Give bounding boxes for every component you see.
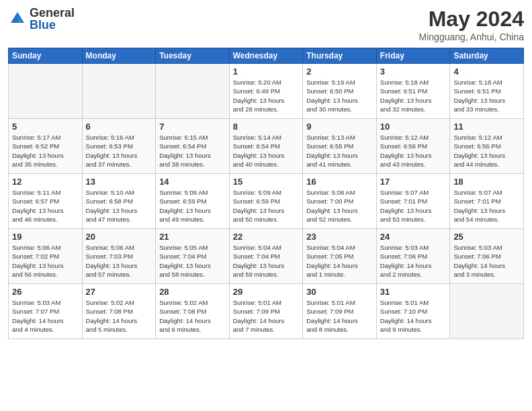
calendar-cell: 3Sunrise: 5:18 AM Sunset: 6:51 PM Daylig… <box>376 64 450 119</box>
day-info: Sunrise: 5:02 AM Sunset: 7:08 PM Dayligh… <box>86 298 152 334</box>
calendar-cell: 4Sunrise: 5:18 AM Sunset: 6:51 PM Daylig… <box>450 64 524 119</box>
calendar-cell: 17Sunrise: 5:07 AM Sunset: 7:01 PM Dayli… <box>376 174 450 229</box>
calendar-cell: 30Sunrise: 5:01 AM Sunset: 7:09 PM Dayli… <box>303 284 377 339</box>
day-info: Sunrise: 5:12 AM Sunset: 6:56 PM Dayligh… <box>453 133 520 169</box>
week-row-3: 19Sunrise: 5:06 AM Sunset: 7:02 PM Dayli… <box>9 229 524 284</box>
weekday-monday: Monday <box>82 48 156 64</box>
location: Mingguang, Anhui, China <box>419 32 524 42</box>
calendar-cell: 14Sunrise: 5:09 AM Sunset: 6:59 PM Dayli… <box>156 174 230 229</box>
day-number: 28 <box>159 287 226 297</box>
day-number: 18 <box>453 177 520 187</box>
calendar-cell <box>9 64 83 119</box>
logo-blue: Blue <box>30 19 75 31</box>
day-info: Sunrise: 5:14 AM Sunset: 6:54 PM Dayligh… <box>233 133 300 169</box>
calendar-cell: 31Sunrise: 5:01 AM Sunset: 7:10 PM Dayli… <box>376 284 450 339</box>
day-number: 24 <box>380 232 447 242</box>
day-info: Sunrise: 5:09 AM Sunset: 6:59 PM Dayligh… <box>159 188 226 224</box>
calendar-cell: 20Sunrise: 5:06 AM Sunset: 7:03 PM Dayli… <box>82 229 156 284</box>
day-number: 7 <box>159 122 226 132</box>
day-number: 21 <box>159 232 226 242</box>
logo-icon <box>8 9 27 28</box>
day-number: 4 <box>453 66 520 77</box>
day-number: 17 <box>380 177 447 187</box>
calendar-cell: 22Sunrise: 5:04 AM Sunset: 7:04 PM Dayli… <box>229 229 303 284</box>
day-info: Sunrise: 5:01 AM Sunset: 7:09 PM Dayligh… <box>233 298 300 334</box>
logo-text: General Blue <box>30 7 75 31</box>
day-number: 16 <box>306 177 373 187</box>
day-info: Sunrise: 5:02 AM Sunset: 7:08 PM Dayligh… <box>159 298 226 334</box>
weekday-wednesday: Wednesday <box>229 48 303 64</box>
weekday-tuesday: Tuesday <box>156 48 230 64</box>
week-row-0: 1Sunrise: 5:20 AM Sunset: 6:49 PM Daylig… <box>9 64 524 119</box>
day-info: Sunrise: 5:16 AM Sunset: 6:53 PM Dayligh… <box>86 133 152 169</box>
calendar-cell: 29Sunrise: 5:01 AM Sunset: 7:09 PM Dayli… <box>229 284 303 339</box>
day-number: 10 <box>380 122 447 132</box>
week-row-4: 26Sunrise: 5:03 AM Sunset: 7:07 PM Dayli… <box>9 284 524 339</box>
day-number: 5 <box>12 122 79 132</box>
day-info: Sunrise: 5:19 AM Sunset: 6:50 PM Dayligh… <box>306 78 373 113</box>
calendar-cell: 9Sunrise: 5:13 AM Sunset: 6:55 PM Daylig… <box>303 119 377 174</box>
calendar-cell: 11Sunrise: 5:12 AM Sunset: 6:56 PM Dayli… <box>450 119 524 174</box>
calendar-cell: 24Sunrise: 5:03 AM Sunset: 7:06 PM Dayli… <box>376 229 450 284</box>
day-info: Sunrise: 5:01 AM Sunset: 7:09 PM Dayligh… <box>306 298 373 334</box>
day-info: Sunrise: 5:06 AM Sunset: 7:02 PM Dayligh… <box>12 243 79 279</box>
day-info: Sunrise: 5:17 AM Sunset: 6:52 PM Dayligh… <box>12 133 79 169</box>
week-row-2: 12Sunrise: 5:11 AM Sunset: 6:57 PM Dayli… <box>9 174 524 229</box>
calendar-cell <box>450 284 524 339</box>
calendar-cell: 26Sunrise: 5:03 AM Sunset: 7:07 PM Dayli… <box>9 284 83 339</box>
calendar-cell: 16Sunrise: 5:08 AM Sunset: 7:00 PM Dayli… <box>303 174 377 229</box>
day-info: Sunrise: 5:03 AM Sunset: 7:07 PM Dayligh… <box>12 298 79 334</box>
day-info: Sunrise: 5:10 AM Sunset: 6:58 PM Dayligh… <box>86 188 152 224</box>
calendar-cell: 15Sunrise: 5:09 AM Sunset: 6:59 PM Dayli… <box>229 174 303 229</box>
calendar-cell: 12Sunrise: 5:11 AM Sunset: 6:57 PM Dayli… <box>9 174 83 229</box>
day-number: 9 <box>306 122 373 132</box>
page-container: General Blue May 2024 Mingguang, Anhui, … <box>0 0 532 346</box>
day-info: Sunrise: 5:04 AM Sunset: 7:05 PM Dayligh… <box>306 243 373 279</box>
day-number: 20 <box>86 232 152 242</box>
calendar: SundayMondayTuesdayWednesdayThursdayFrid… <box>8 48 524 339</box>
calendar-cell: 7Sunrise: 5:15 AM Sunset: 6:54 PM Daylig… <box>156 119 230 174</box>
day-info: Sunrise: 5:11 AM Sunset: 6:57 PM Dayligh… <box>12 188 79 224</box>
calendar-cell: 21Sunrise: 5:05 AM Sunset: 7:04 PM Dayli… <box>156 229 230 284</box>
day-number: 27 <box>86 287 152 297</box>
logo-general: General <box>30 7 75 19</box>
calendar-header: SundayMondayTuesdayWednesdayThursdayFrid… <box>9 48 524 64</box>
weekday-sunday: Sunday <box>9 48 83 64</box>
day-number: 14 <box>159 177 226 187</box>
day-number: 30 <box>306 287 373 297</box>
day-info: Sunrise: 5:04 AM Sunset: 7:04 PM Dayligh… <box>233 243 300 279</box>
day-number: 25 <box>453 232 520 242</box>
day-info: Sunrise: 5:03 AM Sunset: 7:06 PM Dayligh… <box>380 243 447 279</box>
day-number: 8 <box>233 122 300 132</box>
weekday-friday: Friday <box>376 48 450 64</box>
calendar-cell: 27Sunrise: 5:02 AM Sunset: 7:08 PM Dayli… <box>82 284 156 339</box>
calendar-cell: 8Sunrise: 5:14 AM Sunset: 6:54 PM Daylig… <box>229 119 303 174</box>
day-info: Sunrise: 5:07 AM Sunset: 7:01 PM Dayligh… <box>453 188 520 224</box>
day-info: Sunrise: 5:13 AM Sunset: 6:55 PM Dayligh… <box>306 133 373 169</box>
header: General Blue May 2024 Mingguang, Anhui, … <box>8 7 524 42</box>
calendar-cell: 18Sunrise: 5:07 AM Sunset: 7:01 PM Dayli… <box>450 174 524 229</box>
day-info: Sunrise: 5:12 AM Sunset: 6:56 PM Dayligh… <box>380 133 447 169</box>
day-number: 23 <box>306 232 373 242</box>
day-number: 2 <box>306 66 373 77</box>
day-number: 11 <box>453 122 520 132</box>
calendar-cell <box>82 64 156 119</box>
day-info: Sunrise: 5:09 AM Sunset: 6:59 PM Dayligh… <box>233 188 300 224</box>
day-info: Sunrise: 5:03 AM Sunset: 7:06 PM Dayligh… <box>453 243 520 279</box>
calendar-cell: 13Sunrise: 5:10 AM Sunset: 6:58 PM Dayli… <box>82 174 156 229</box>
day-number: 19 <box>12 232 79 242</box>
day-info: Sunrise: 5:20 AM Sunset: 6:49 PM Dayligh… <box>233 78 300 113</box>
calendar-cell: 1Sunrise: 5:20 AM Sunset: 6:49 PM Daylig… <box>229 64 303 119</box>
day-number: 1 <box>233 66 300 77</box>
day-info: Sunrise: 5:06 AM Sunset: 7:03 PM Dayligh… <box>86 243 152 279</box>
logo: General Blue <box>8 7 75 31</box>
weekday-saturday: Saturday <box>450 48 524 64</box>
day-info: Sunrise: 5:05 AM Sunset: 7:04 PM Dayligh… <box>159 243 226 279</box>
calendar-cell: 10Sunrise: 5:12 AM Sunset: 6:56 PM Dayli… <box>376 119 450 174</box>
calendar-cell: 5Sunrise: 5:17 AM Sunset: 6:52 PM Daylig… <box>9 119 83 174</box>
week-row-1: 5Sunrise: 5:17 AM Sunset: 6:52 PM Daylig… <box>9 119 524 174</box>
day-number: 29 <box>233 287 300 297</box>
day-number: 13 <box>86 177 152 187</box>
day-info: Sunrise: 5:18 AM Sunset: 6:51 PM Dayligh… <box>380 78 447 113</box>
weekday-thursday: Thursday <box>303 48 377 64</box>
